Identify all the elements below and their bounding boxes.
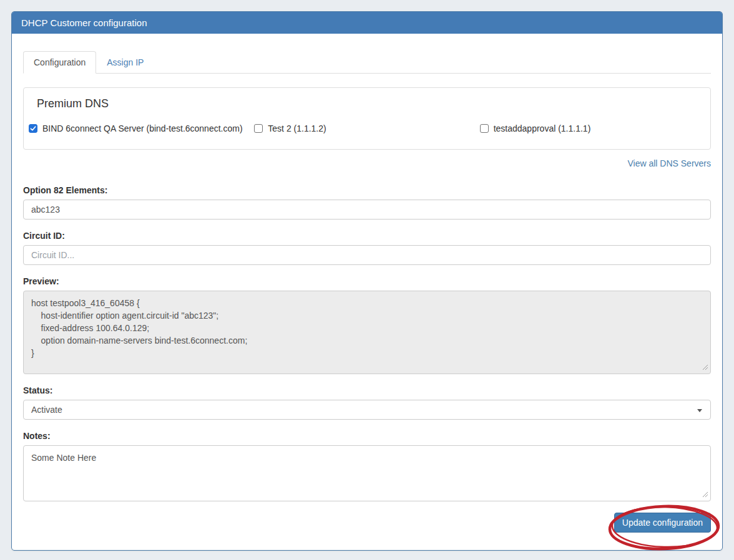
dns-server-option-bind[interactable]: BIND 6connect QA Server (bind-test.6conn… (29, 123, 254, 133)
dns-server-label: testaddapproval (1.1.1.1) (494, 123, 591, 133)
dialog-body: Configuration Assign IP Premium DNS BIND… (12, 34, 722, 533)
checkbox-icon[interactable] (29, 124, 37, 133)
status-selected-value: Activate (31, 405, 62, 415)
status-label: Status: (23, 385, 711, 395)
circuit-id-label: Circuit ID: (23, 231, 711, 241)
preview-label: Preview: (23, 276, 711, 286)
premium-dns-title: Premium DNS (37, 97, 705, 110)
checkbox-icon[interactable] (480, 124, 489, 133)
option82-label: Option 82 Elements: (23, 185, 711, 195)
status-select[interactable]: Activate (23, 400, 711, 420)
action-row: Update configuration (23, 513, 711, 533)
notes-wrap: Some Note Here (23, 445, 711, 501)
checkbox-icon[interactable] (254, 124, 263, 133)
check-icon (29, 125, 37, 132)
tab-configuration[interactable]: Configuration (23, 51, 96, 74)
dialog-title: DHCP Customer configuration (12, 12, 722, 34)
dhcp-config-dialog: DHCP Customer configuration Configuratio… (11, 11, 723, 551)
preview-wrap: host testpool3_416_60458 { host-identifi… (23, 291, 711, 374)
chevron-down-icon (697, 409, 702, 412)
notes-textarea[interactable]: Some Note Here (23, 445, 711, 501)
notes-label: Notes: (23, 431, 711, 441)
dns-server-list: BIND 6connect QA Server (bind-test.6conn… (29, 123, 705, 133)
dns-server-label: Test 2 (1.1.1.2) (268, 123, 326, 133)
preview-textarea[interactable]: host testpool3_416_60458 { host-identifi… (23, 291, 711, 374)
page-background: { "window": { "title": "DHCP Customer co… (0, 0, 734, 560)
premium-dns-section: Premium DNS BIND 6connect QA Server (bin… (23, 87, 711, 150)
option82-input[interactable] (23, 200, 711, 220)
dns-server-option-test2[interactable]: Test 2 (1.1.1.2) (254, 123, 479, 133)
dns-link-row: View all DNS Servers (23, 158, 711, 168)
circuit-id-input[interactable] (23, 245, 711, 265)
update-configuration-button[interactable]: Update configuration (614, 513, 711, 533)
dns-server-option-testaddapproval[interactable]: testaddapproval (1.1.1.1) (480, 123, 705, 133)
tab-assign-ip[interactable]: Assign IP (96, 51, 154, 74)
view-all-dns-servers-link[interactable]: View all DNS Servers (627, 158, 711, 168)
dns-server-label: BIND 6connect QA Server (bind-test.6conn… (42, 123, 243, 133)
tab-bar: Configuration Assign IP (23, 51, 711, 74)
